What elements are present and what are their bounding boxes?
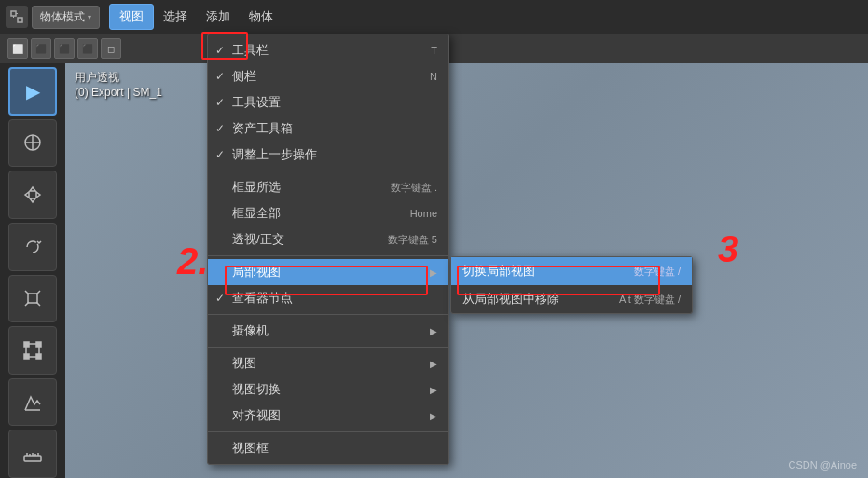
svg-rect-1 [18,18,22,22]
svg-rect-14 [24,456,41,461]
menu-item-adjust-last[interactable]: ✓ 调整上一步操作 [208,142,448,168]
sidebar-btn-rotate[interactable] [8,223,57,271]
sidebar-btn-transform[interactable] [8,326,57,375]
svg-rect-0 [11,11,16,16]
viewport-info-line2: (0) Export | SM_1 [75,86,162,99]
menu-item-sidebar[interactable]: ✓ 侧栏 N [208,63,448,89]
menu-item-frame-all[interactable]: 框显全部 Home [208,200,448,226]
sidebar-btn-measure[interactable] [8,430,57,478]
menu-item-view[interactable]: 视图 [109,4,154,30]
menu-item-view2[interactable]: 视图 ▶ [208,350,448,376]
sidebar-btn-cursor[interactable] [8,119,57,168]
check-toolbar: ✓ [215,44,232,57]
mode-selector[interactable]: 物体模式 ▾ [32,6,100,29]
sidebar-btn-scale[interactable] [8,275,57,323]
svg-rect-11 [36,354,41,359]
menu-item-tool-settings[interactable]: ✓ 工具设置 [208,89,448,116]
viewport-info-line1: 用户透视 [75,70,162,86]
sec-icon-1[interactable]: ⬜ [7,38,28,59]
menu-item-add[interactable]: 添加 [197,5,240,29]
viewport-indicator[interactable]: ▶ [8,67,57,116]
menu-item-local-view[interactable]: 局部视图 ▶ 切换局部视图 数字键盘 / 从局部视图中移除 Alt 数字键盘 / [208,259,448,285]
view-dropdown-menu: ✓ 工具栏 T ✓ 侧栏 N ✓ 工具设置 ✓ 资产工具箱 ✓ 调整上一步操作 [207,34,449,465]
submenu-arrow-local-view: ▶ [430,267,437,278]
mode-label: 物体模式 [40,9,85,25]
svg-rect-7 [28,294,37,303]
submenu-toggle-local-view[interactable]: 切换局部视图 数字键盘 / [451,257,692,285]
submenu-arrow-align: ▶ [430,411,437,421]
left-sidebar: ▶ [0,63,65,478]
menu-bar: 视图 选择 添加 物体 [109,0,282,34]
toolbar-icons: 物体模式 ▾ [0,6,105,29]
watermark: CSDN @Ainoe [788,459,857,471]
menu-item-view-switch[interactable]: 视图切换 ▶ [208,376,448,403]
svg-rect-10 [36,342,41,347]
sec-icon-4[interactable]: ⬛ [77,38,98,59]
submenu-remove-local-view[interactable]: 从局部视图中移除 Alt 数字键盘 / [451,285,692,313]
submenu-arrow-view: ▶ [430,359,437,369]
menu-item-perspective-ortho[interactable]: 透视/正交 数字键盘 5 [208,226,448,253]
menu-item-asset-toolbar[interactable]: ✓ 资产工具箱 [208,116,448,142]
menu-item-toolbar[interactable]: ✓ 工具栏 T [208,37,448,63]
submenu-toggle-label: 切换局部视图 [462,263,535,280]
check-adjust-last: ✓ [215,148,232,161]
menu-section-3: 局部视图 ▶ 切换局部视图 数字键盘 / 从局部视图中移除 Alt 数字键盘 /… [208,256,448,315]
sec-icon-5[interactable]: ◻ [101,38,121,59]
menu-item-viewer-node[interactable]: ✓ 查看器节点 [208,285,448,311]
top-toolbar: 物体模式 ▾ 视图 选择 添加 物体 [0,0,868,34]
check-sidebar: ✓ [215,70,232,83]
menu-section-2: 框显所选 数字键盘 . 框显全部 Home 透视/正交 数字键盘 5 [208,171,448,256]
menu-item-align-views[interactable]: 对齐视图 ▶ [208,403,448,429]
menu-section-4: 摄像机 ▶ [208,315,448,348]
sec-icon-2[interactable]: ⬛ [31,38,51,59]
sidebar-btn-move[interactable] [8,171,57,219]
submenu-arrow-view-switch: ▶ [430,385,437,395]
menu-section-6: 视图框 [208,432,448,464]
menu-item-frame-selected[interactable]: 框显所选 数字键盘 . [208,174,448,200]
local-view-submenu: 切换局部视图 数字键盘 / 从局部视图中移除 Alt 数字键盘 / [450,256,693,314]
check-asset-toolbar: ✓ [215,122,232,135]
sidebar-btn-annotate[interactable] [8,378,57,427]
mode-arrow: ▾ [88,13,91,21]
menu-section-1: ✓ 工具栏 T ✓ 侧栏 N ✓ 工具设置 ✓ 资产工具箱 ✓ 调整上一步操作 [208,34,448,171]
menu-item-camera[interactable]: 摄像机 ▶ [208,318,448,344]
menu-section-5: 视图 ▶ 视图切换 ▶ 对齐视图 ▶ [208,348,448,432]
svg-rect-12 [24,354,29,359]
menu-item-object[interactable]: 物体 [240,5,282,29]
submenu-remove-label: 从局部视图中移除 [462,291,559,307]
menu-item-viewport-frame[interactable]: 视图框 [208,435,448,461]
check-tool-settings: ✓ [215,96,232,109]
menu-item-select[interactable]: 选择 [154,5,197,29]
sec-icon-3[interactable]: ⬛ [54,38,75,59]
viewport-info: 用户透视 (0) Export | SM_1 [75,70,162,99]
check-viewer-node: ✓ [215,292,232,305]
transform-icon[interactable] [6,6,28,28]
submenu-arrow-camera: ▶ [430,326,437,336]
svg-rect-9 [24,342,29,347]
